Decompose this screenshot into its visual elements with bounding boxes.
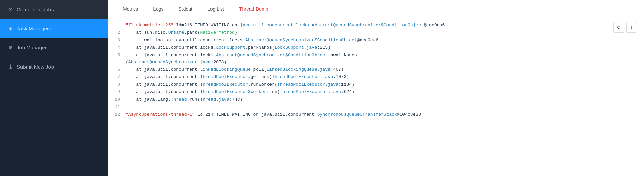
code-toolbar: ↻ ⤓ xyxy=(613,22,637,33)
line-number: 10 xyxy=(108,96,126,103)
line-code: at java.util.concurrent.ThreadPoolExecut… xyxy=(126,74,644,81)
sidebar: ⊙ Completed Jobs ⊞ Task Managers ⊕ Job M… xyxy=(0,0,108,176)
line-code: at java.util.concurrent.ThreadPoolExecut… xyxy=(126,89,644,96)
line-code: "AsyncOperations-thread-1" Id=214 TIMED_… xyxy=(126,111,644,118)
line-code: at java.util.concurrent.locks.AbstractQu… xyxy=(126,52,644,66)
code-content: 1 "flink-metrics-25" Id=216 TIMED_WAITIN… xyxy=(108,18,644,122)
code-line: 8 at java.util.concurrent.ThreadPoolExec… xyxy=(108,81,644,89)
code-line: 6 at java.util.concurrent.LinkedBlocking… xyxy=(108,66,644,74)
code-line: 5 at java.util.concurrent.locks.Abstract… xyxy=(108,52,644,66)
code-line: 7 at java.util.concurrent.ThreadPoolExec… xyxy=(108,74,644,81)
code-line: 1 "flink-metrics-25" Id=216 TIMED_WAITIN… xyxy=(108,22,644,29)
sidebar-item-task-managers[interactable]: ⊞ Task Managers xyxy=(0,19,108,38)
tab-stdout[interactable]: Stdout xyxy=(171,0,200,18)
tab-metrics[interactable]: Metrics xyxy=(115,0,146,18)
line-code: at java.lang.Thread.run(Thread.java:748) xyxy=(126,96,644,103)
line-number: 1 xyxy=(108,22,126,29)
line-code: at java.util.concurrent.LinkedBlockingQu… xyxy=(126,66,644,73)
line-code: "flink-metrics-25" Id=216 TIMED_WAITING … xyxy=(126,22,644,29)
line-code: at java.util.concurrent.ThreadPoolExecut… xyxy=(126,81,644,88)
line-number: 12 xyxy=(108,111,126,118)
sidebar-item-job-manager[interactable]: ⊕ Job Manager xyxy=(0,38,108,57)
sidebar-item-label: Task Managers xyxy=(17,26,52,31)
sidebar-item-submit-new-job[interactable]: ⤓ Submit New Job xyxy=(0,57,108,76)
line-number: 2 xyxy=(108,29,126,36)
code-line: 12 "AsyncOperations-thread-1" Id=214 TIM… xyxy=(108,111,644,119)
line-number: 7 xyxy=(108,74,126,81)
tab-bar: Metrics Logs Stdout Log List Thread Dump xyxy=(108,0,644,18)
task-managers-icon: ⊞ xyxy=(8,25,13,32)
submit-job-icon: ⤓ xyxy=(8,63,13,70)
code-line: 4 at java.util.concurrent.locks.LockSupp… xyxy=(108,44,644,52)
code-line: 10 at java.lang.Thread.run(Thread.java:7… xyxy=(108,96,644,104)
code-viewer[interactable]: ↻ ⤓ 1 "flink-metrics-25" Id=216 TIMED_WA… xyxy=(108,18,644,176)
download-button[interactable]: ⤓ xyxy=(626,22,637,33)
tab-thread-dump[interactable]: Thread Dump xyxy=(232,0,276,18)
sidebar-item-completed-jobs[interactable]: ⊙ Completed Jobs xyxy=(0,0,108,19)
line-number: 4 xyxy=(108,44,126,52)
line-number: 9 xyxy=(108,89,126,96)
line-number: 3 xyxy=(108,37,126,44)
completed-jobs-icon: ⊙ xyxy=(8,6,13,13)
line-number: 11 xyxy=(108,104,126,111)
line-number: 6 xyxy=(108,66,126,73)
refresh-button[interactable]: ↻ xyxy=(613,22,624,33)
line-number: 8 xyxy=(108,81,126,88)
code-line: 9 at java.util.concurrent.ThreadPoolExec… xyxy=(108,89,644,96)
main-content: Metrics Logs Stdout Log List Thread Dump… xyxy=(108,0,644,176)
job-manager-icon: ⊕ xyxy=(8,44,13,51)
code-line: 3 - waiting on java.util.concurrent.lock… xyxy=(108,37,644,44)
code-line: 2 at sun.misc.Unsafe.park(Native Method) xyxy=(108,29,644,37)
line-number: 5 xyxy=(108,52,126,59)
sidebar-item-label: Job Manager xyxy=(17,45,47,50)
code-line: 11 xyxy=(108,104,644,111)
line-code: at sun.misc.Unsafe.park(Native Method) xyxy=(126,29,644,36)
sidebar-item-label: Submit New Job xyxy=(17,64,54,70)
tab-log-list[interactable]: Log List xyxy=(200,0,232,18)
line-code: - waiting on java.util.concurrent.locks.… xyxy=(126,37,644,44)
sidebar-item-label: Completed Jobs xyxy=(17,6,54,12)
tab-logs[interactable]: Logs xyxy=(146,0,171,18)
line-code: at java.util.concurrent.locks.LockSuppor… xyxy=(126,44,644,52)
